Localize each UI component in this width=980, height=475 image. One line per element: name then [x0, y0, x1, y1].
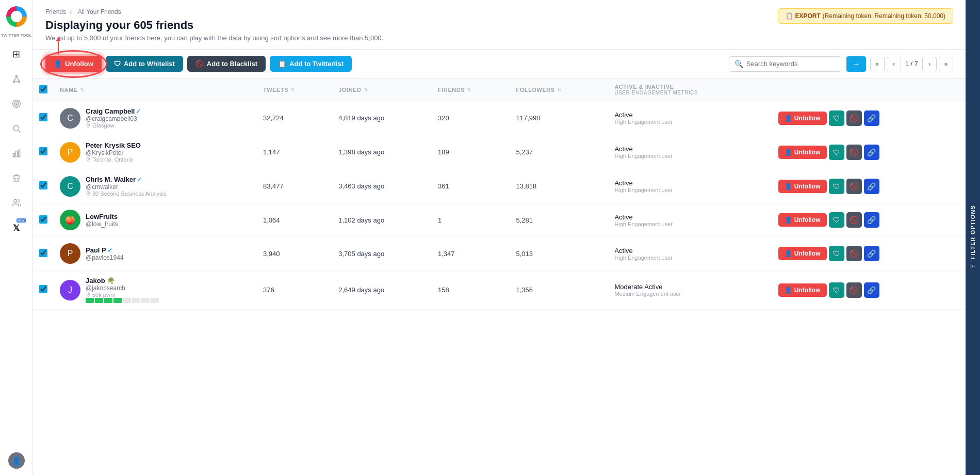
search-go-button[interactable]: →: [846, 56, 866, 72]
row-checkbox[interactable]: [39, 113, 47, 121]
unfollow-person-icon: 👤: [785, 149, 792, 156]
th-joined[interactable]: JOINED ⇅: [332, 78, 432, 101]
th-actions: [772, 78, 966, 101]
row-blacklist-button[interactable]: 🚫: [846, 110, 862, 126]
whitelist-label: Add to Whitelist: [124, 60, 175, 68]
select-all-checkbox[interactable]: [39, 85, 47, 93]
page-last-button[interactable]: »: [939, 57, 953, 71]
engagement-status: Active: [614, 179, 765, 187]
row-whitelist-button[interactable]: 🛡: [829, 110, 844, 126]
user-info: C Chris M. Walker✓ @cmwalker 30 Second B…: [60, 176, 251, 197]
row-blacklist-button[interactable]: 🚫: [846, 212, 862, 228]
svg-point-7: [14, 102, 19, 106]
actions-wrapper: 👤 Unfollow 🛡 🚫 🔗: [778, 179, 959, 194]
avatar: C: [60, 176, 80, 197]
page-next-button[interactable]: ›: [922, 57, 937, 71]
user-handle: @pavlos1944: [86, 254, 124, 261]
user-name: Jakob 🌴: [86, 277, 159, 284]
sidebar-item-delete[interactable]: [6, 168, 27, 188]
th-select-all[interactable]: [33, 78, 54, 101]
row-link-button[interactable]: 🔗: [864, 246, 879, 261]
friends-table: NAME ⇅ TWEETS ⇅ JOINED ⇅: [33, 78, 966, 310]
th-friends[interactable]: FRIENDS ⇅: [432, 78, 510, 101]
followers-cell: 5,281: [510, 203, 608, 237]
row-link-button[interactable]: 🔗: [864, 145, 879, 160]
followers-cell: 1,356: [510, 271, 608, 310]
export-tokens: (Remaining token: Remaining token: 50,00…: [823, 12, 945, 20]
row-link-button[interactable]: 🔗: [864, 212, 879, 228]
shield-icon: 🛡: [114, 60, 121, 68]
page-first-button[interactable]: «: [870, 57, 885, 71]
row-whitelist-button[interactable]: 🛡: [829, 145, 844, 160]
row-link-button[interactable]: 🔗: [864, 179, 879, 194]
user-location: Toronto, Ontario: [86, 156, 141, 163]
row-checkbox[interactable]: [39, 215, 47, 224]
user-info: P Peter Krysik SEO @KrysikPeter Toronto,…: [60, 141, 251, 163]
row-checkbox[interactable]: [39, 285, 47, 293]
breadcrumb-friends[interactable]: Friends: [45, 8, 66, 15]
twitterlist-button[interactable]: 📋 Add to Twitterlist: [270, 56, 352, 72]
sidebar-item-dashboard[interactable]: ⊞: [6, 44, 27, 65]
row-whitelist-button[interactable]: 🛡: [829, 246, 844, 261]
user-name: Chris M. Walker✓: [86, 176, 167, 183]
user-cell: P Paul P✓ @pavlos1944: [54, 237, 257, 271]
avatar: C: [60, 108, 80, 129]
row-checkbox[interactable]: [39, 147, 47, 155]
row-checkbox[interactable]: [39, 181, 47, 189]
row-unfollow-button[interactable]: 👤 Unfollow: [778, 112, 827, 125]
row-unfollow-button[interactable]: 👤 Unfollow: [778, 213, 827, 227]
engagement-level: High Engagement user: [614, 255, 765, 261]
sidebar-item-twitter[interactable]: 𝕏 NEW: [6, 217, 27, 238]
row-link-button[interactable]: 🔗: [864, 282, 879, 298]
user-avatar[interactable]: 👤: [8, 452, 25, 469]
row-whitelist-button[interactable]: 🛡: [829, 179, 844, 194]
export-button[interactable]: 📋 EXPORT (Remaining token: Remaining tok…: [778, 8, 954, 24]
search-input[interactable]: [746, 60, 837, 68]
whitelist-button[interactable]: 🛡 Add to Whitelist: [106, 56, 183, 72]
row-unfollow-button[interactable]: 👤 Unfollow: [778, 146, 827, 159]
user-details: Chris M. Walker✓ @cmwalker 30 Second Bus…: [86, 176, 167, 197]
row-blacklist-button[interactable]: 🚫: [846, 282, 862, 298]
row-blacklist-button[interactable]: 🚫: [846, 145, 862, 160]
user-cell: P Peter Krysik SEO @KrysikPeter Toronto,…: [54, 135, 257, 169]
progress-bars: [86, 298, 159, 303]
svg-point-8: [15, 103, 17, 105]
row-link-button[interactable]: 🔗: [864, 110, 879, 126]
th-name[interactable]: NAME ⇅: [54, 78, 257, 101]
row-blacklist-button[interactable]: 🚫: [846, 246, 862, 261]
followers-cell: 5,013: [510, 237, 608, 271]
page-info: 1 / 7: [905, 60, 918, 68]
sidebar-item-network[interactable]: [6, 69, 27, 89]
unfollow-person-icon: 👤: [785, 287, 792, 294]
pagination: « ‹ 1 / 7 › »: [870, 57, 953, 71]
row-unfollow-button[interactable]: 👤 Unfollow: [778, 180, 827, 193]
tweets-cell: 83,477: [257, 169, 332, 203]
row-checkbox-cell: [33, 271, 54, 310]
row-whitelist-button[interactable]: 🛡: [829, 282, 844, 298]
engagement-cell: Active High Engagement user: [608, 203, 772, 237]
engagement-level: Medium Engagement user: [614, 291, 765, 297]
blacklist-button[interactable]: 🚫 Add to Blacklist: [187, 56, 266, 72]
actions-wrapper: 👤 Unfollow 🛡 🚫 🔗: [778, 282, 959, 298]
th-tweets[interactable]: TWEETS ⇅: [257, 78, 332, 101]
unfollow-label: Unfollow: [65, 60, 93, 68]
th-followers[interactable]: FOLLOWERS ⇅: [510, 78, 608, 101]
unfollow-button[interactable]: 👤 Unfollow: [45, 56, 102, 72]
sidebar-item-target[interactable]: [6, 93, 27, 114]
filter-sidebar[interactable]: FILTER OPTIONS: [966, 0, 980, 475]
page-prev-button[interactable]: ‹: [887, 57, 901, 71]
row-checkbox[interactable]: [39, 249, 47, 257]
filter-sidebar-label: FILTER OPTIONS: [969, 205, 976, 270]
svg-point-15: [88, 124, 89, 125]
row-whitelist-button[interactable]: 🛡: [829, 212, 844, 228]
sidebar: TWITTER TOOL ⊞ 𝕏 NEW 👤: [0, 0, 33, 475]
sidebar-item-users[interactable]: [6, 193, 27, 213]
block-icon: 🚫: [195, 60, 204, 68]
table-row: J Jakob 🌴 @jakobsearch 50k pv/m 376 2,64: [33, 271, 966, 310]
row-unfollow-button[interactable]: 👤 Unfollow: [778, 247, 827, 260]
row-unfollow-button[interactable]: 👤 Unfollow: [778, 283, 827, 297]
user-name: Paul P✓: [86, 246, 124, 254]
sidebar-item-search[interactable]: [6, 118, 27, 139]
sidebar-item-analytics[interactable]: [6, 143, 27, 164]
row-blacklist-button[interactable]: 🚫: [846, 179, 862, 194]
